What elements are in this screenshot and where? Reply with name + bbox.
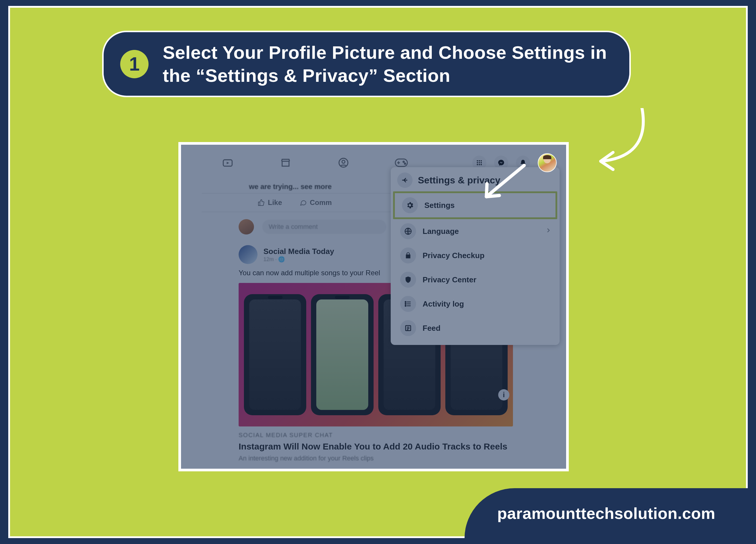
menu-item-feed[interactable]: Feed: [393, 316, 557, 340]
svg-point-14: [480, 164, 482, 165]
comment-label: Comm: [310, 198, 332, 207]
instruction-text: Select Your Profile Picture and Choose S…: [163, 41, 613, 87]
arrow-annotation-to-avatar: [589, 108, 663, 176]
post-caption-tag: SOCIAL MEDIA SUPER CHAT: [239, 432, 513, 439]
svg-point-9: [477, 162, 478, 163]
svg-point-8: [480, 160, 482, 161]
menu-label: Language: [423, 227, 459, 236]
svg-point-5: [404, 163, 405, 164]
svg-point-4: [403, 161, 404, 162]
comment-button[interactable]: Comm: [300, 198, 332, 207]
post-actions-row: Like Comm: [202, 193, 408, 212]
menu-label: Settings: [424, 201, 455, 210]
phone-mockup: [244, 294, 306, 415]
shield-lock-icon: [400, 272, 416, 288]
svg-point-12: [477, 164, 478, 165]
menu-label: Privacy Center: [423, 275, 476, 284]
menu-label: Activity log: [423, 299, 464, 309]
menu-item-privacy-center[interactable]: Privacy Center: [393, 268, 557, 292]
menu-label: Feed: [423, 324, 441, 333]
svg-point-18: [405, 305, 406, 306]
gear-icon: [402, 197, 418, 213]
post-author-avatar[interactable]: [239, 245, 258, 264]
feed-icon: [400, 320, 416, 336]
chevron-right-icon: [545, 227, 552, 236]
settings-privacy-panel: Settings & privacy Settings Language: [391, 167, 560, 345]
menu-item-activity-log[interactable]: Activity log: [393, 292, 557, 316]
comment-input[interactable]: Write a comment: [262, 220, 386, 234]
menu-item-language[interactable]: Language: [393, 219, 557, 243]
menu-item-settings[interactable]: Settings: [393, 191, 557, 219]
see-more-text: we are trying... see more: [249, 183, 332, 191]
nav-center-icons: [219, 154, 410, 171]
svg-point-13: [479, 164, 480, 165]
instruction-pill: 1 Select Your Profile Picture and Choose…: [102, 31, 631, 97]
svg-point-2: [342, 160, 345, 163]
lock-icon: [400, 247, 416, 263]
watch-icon[interactable]: [219, 154, 236, 171]
website-url: paramounttechsolution.com: [497, 504, 716, 522]
panel-title: Settings & privacy: [418, 175, 500, 186]
svg-point-10: [479, 162, 480, 163]
profile-avatar[interactable]: [538, 153, 557, 172]
post-meta: 12m · 🌐: [263, 256, 334, 263]
svg-point-11: [480, 162, 482, 163]
phone-mockup: [311, 294, 373, 415]
groups-icon[interactable]: [335, 154, 352, 171]
menu-label: Privacy Checkup: [423, 251, 485, 260]
post-subline: An interesting new addition for your Ree…: [239, 455, 513, 462]
list-icon: [400, 296, 416, 312]
svg-point-16: [405, 302, 406, 302]
svg-point-6: [477, 160, 478, 161]
svg-point-7: [479, 160, 480, 161]
info-icon[interactable]: i: [498, 389, 509, 400]
marketplace-icon[interactable]: [277, 154, 294, 171]
website-ribbon: paramounttechsolution.com: [465, 488, 748, 538]
write-comment-row: Write a comment: [239, 219, 386, 234]
post-author-name[interactable]: Social Media Today: [263, 247, 334, 256]
menu-item-privacy-checkup[interactable]: Privacy Checkup: [393, 243, 557, 268]
svg-point-17: [405, 303, 406, 304]
panel-header: Settings & privacy: [391, 167, 560, 191]
facebook-screenshot: we are trying... see more Like Comm Writ…: [178, 142, 569, 471]
mini-avatar[interactable]: [239, 219, 254, 234]
like-label: Like: [268, 198, 282, 207]
like-button[interactable]: Like: [258, 198, 282, 207]
post-headline[interactable]: Instagram Will Now Enable You to Add 20 …: [239, 442, 513, 452]
slide-frame: 1 Select Your Profile Picture and Choose…: [8, 6, 748, 538]
back-button[interactable]: [397, 172, 413, 188]
globe-icon: [400, 223, 416, 239]
step-number-badge: 1: [120, 50, 149, 78]
